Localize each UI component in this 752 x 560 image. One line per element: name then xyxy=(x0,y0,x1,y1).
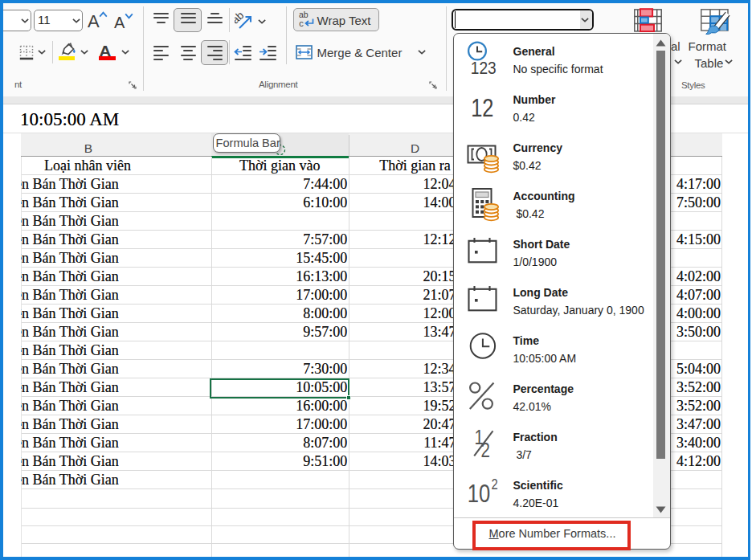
svg-text:ab: ab xyxy=(299,10,309,19)
svg-text:123: 123 xyxy=(470,57,496,77)
svg-text:2: 2 xyxy=(480,439,489,461)
svg-text:2: 2 xyxy=(491,476,497,493)
svg-text:c: c xyxy=(299,19,304,29)
svg-text:10: 10 xyxy=(467,479,489,507)
svg-text:12: 12 xyxy=(471,93,493,121)
